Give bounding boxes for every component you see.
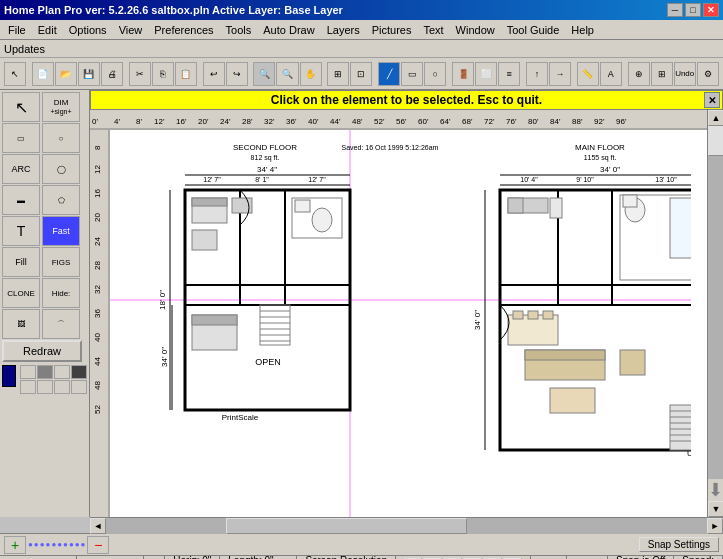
wall-button[interactable]: ▬ (2, 185, 40, 215)
settings-button[interactable]: ⚙ (697, 62, 719, 86)
text-tool-button[interactable]: T (2, 216, 40, 246)
dot-2[interactable]: ● (34, 540, 39, 549)
scroll-thumb[interactable] (708, 126, 723, 156)
circle-tool-button[interactable]: ○ (42, 123, 80, 153)
line-button[interactable]: ╱ (378, 62, 400, 86)
fill-button[interactable]: Fill (2, 247, 40, 277)
cut-button[interactable]: ✂ (129, 62, 151, 86)
print-button[interactable]: 🖨 (101, 62, 123, 86)
dot-4[interactable]: ● (46, 540, 51, 549)
menu-item-window[interactable]: Window (450, 22, 501, 38)
rect-tool-button[interactable]: ▭ (2, 123, 40, 153)
dot-8[interactable]: ● (69, 540, 74, 549)
pattern-7[interactable] (54, 380, 70, 394)
scroll-up-button[interactable]: ▲ (708, 110, 723, 126)
pattern-5[interactable] (20, 380, 36, 394)
dot-1[interactable]: ● (28, 540, 33, 549)
rect-button[interactable]: ▭ (401, 62, 423, 86)
canvas-area[interactable]: Click on the element to be selected. Esc… (90, 90, 723, 517)
snap-button[interactable]: ⊡ (350, 62, 372, 86)
menu-item-auto draw[interactable]: Auto Draw (257, 22, 320, 38)
menu-item-preferences[interactable]: Preferences (148, 22, 219, 38)
undo2-button[interactable]: Undo (674, 62, 696, 86)
select-tool-button[interactable]: ↖ (4, 62, 26, 86)
fast-button[interactable]: Fast (42, 216, 80, 246)
pattern-6[interactable] (37, 380, 53, 394)
door-button[interactable]: 🚪 (452, 62, 474, 86)
zoom-in-button[interactable]: 🔍 (253, 62, 275, 86)
measure-button[interactable]: 📏 (577, 62, 599, 86)
curve-button[interactable]: ⌒ (42, 309, 80, 339)
arc-button[interactable]: ARC (2, 154, 40, 184)
svg-rect-65 (192, 198, 227, 206)
poly-button[interactable]: ⬠ (42, 185, 80, 215)
menu-item-tool guide[interactable]: Tool Guide (501, 22, 566, 38)
image-button[interactable]: 🖼 (2, 309, 40, 339)
stair-button[interactable]: ≡ (498, 62, 520, 86)
window-button[interactable]: ⬜ (475, 62, 497, 86)
more-button2[interactable]: ⊞ (651, 62, 673, 86)
maximize-button[interactable]: □ (685, 3, 701, 17)
menu-item-help[interactable]: Help (565, 22, 600, 38)
dot-6[interactable]: ● (57, 540, 62, 549)
dot-5[interactable]: ● (51, 540, 56, 549)
scroll-right-button[interactable]: ► (707, 518, 723, 534)
scroll-arrow-down[interactable]: ⬇ (708, 479, 723, 501)
menu-item-file[interactable]: File (2, 22, 32, 38)
new-button[interactable]: 📄 (32, 62, 54, 86)
copy-button[interactable]: ⎘ (152, 62, 174, 86)
circle-button[interactable]: ○ (424, 62, 446, 86)
grid-button[interactable]: ⊞ (327, 62, 349, 86)
zoom-minus-button[interactable]: − (87, 536, 109, 554)
arrow-right-button[interactable]: → (549, 62, 571, 86)
hide-button[interactable]: Hide: (42, 278, 80, 308)
clone-button[interactable]: CLONE (2, 278, 40, 308)
dot-7[interactable]: ● (63, 540, 68, 549)
scroll-down-button[interactable]: ▼ (708, 501, 723, 517)
updates-label[interactable]: Updates (4, 43, 45, 55)
figs-button[interactable]: FIGS (42, 247, 80, 277)
pattern-4[interactable] (71, 365, 87, 379)
menu-item-edit[interactable]: Edit (32, 22, 63, 38)
open-button[interactable]: 📂 (55, 62, 77, 86)
more-button1[interactable]: ⊕ (628, 62, 650, 86)
close-button[interactable]: ✕ (703, 3, 719, 17)
undo-button[interactable]: ↩ (203, 62, 225, 86)
dot-3[interactable]: ● (40, 540, 45, 549)
pan-button[interactable]: ✋ (300, 62, 322, 86)
right-scrollbar[interactable]: ▲ ⬇ ▼ (707, 110, 723, 517)
save-button[interactable]: 💾 (78, 62, 100, 86)
redo-button[interactable]: ↪ (226, 62, 248, 86)
pattern-3[interactable] (54, 365, 70, 379)
zoom-add-button[interactable]: + (4, 536, 26, 554)
menu-item-text[interactable]: Text (417, 22, 449, 38)
menu-item-layers[interactable]: Layers (321, 22, 366, 38)
color-swatch[interactable] (2, 365, 16, 387)
arrow-up-button[interactable]: ↑ (526, 62, 548, 86)
select-button[interactable]: ↖ (2, 92, 40, 122)
pattern-2[interactable] (37, 365, 53, 379)
floor-plan-svg[interactable]: SECOND FLOOR 812 sq ft. Saved: 16 Oct 19… (110, 130, 691, 517)
scroll-left-button[interactable]: ◄ (90, 518, 106, 534)
svg-text:10' 4": 10' 4" (520, 176, 538, 183)
snap-settings-button[interactable]: Snap Settings (639, 537, 719, 552)
dot-9[interactable]: ● (75, 540, 80, 549)
notification-close-button[interactable]: ✕ (704, 92, 720, 108)
text-button[interactable]: A (600, 62, 622, 86)
pattern-1[interactable] (20, 365, 36, 379)
redraw-button[interactable]: Redraw (2, 340, 82, 362)
menu-item-view[interactable]: View (113, 22, 149, 38)
dim-button[interactable]: DIM+sign+ (42, 92, 80, 122)
dot-10[interactable]: ● (81, 540, 86, 549)
svg-rect-70 (295, 200, 310, 212)
floor-plan[interactable]: 0' 4' 8' 12' 16' 20' 24' 28' 32' 36' 40'… (90, 110, 707, 517)
menu-item-options[interactable]: Options (63, 22, 113, 38)
ellipse-button[interactable]: ◯ (42, 154, 80, 184)
pattern-8[interactable] (71, 380, 87, 394)
scroll-thumb-h[interactable] (226, 518, 466, 534)
zoom-out-button[interactable]: 🔍 (276, 62, 298, 86)
paste-button[interactable]: 📋 (175, 62, 197, 86)
minimize-button[interactable]: ─ (667, 3, 683, 17)
menu-item-pictures[interactable]: Pictures (366, 22, 418, 38)
menu-item-tools[interactable]: Tools (220, 22, 258, 38)
